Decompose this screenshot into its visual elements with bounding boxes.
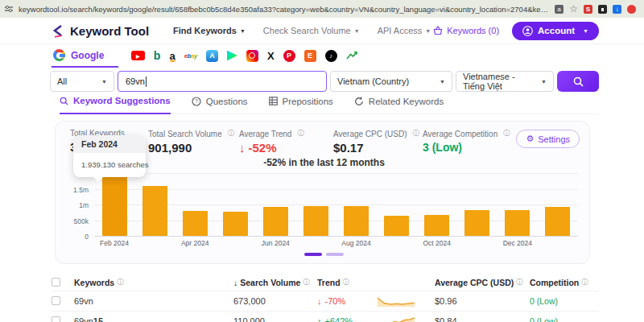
cpc-cell: $0.84 [435, 316, 530, 322]
select-all-checkbox[interactable] [52, 278, 60, 287]
info-icon[interactable]: ⓘ [343, 278, 350, 287]
trend-cell: ↓-70% [317, 296, 367, 306]
tab-keyword-suggestions[interactable]: Keyword Suggestions [60, 94, 171, 114]
nav-check-search-volume[interactable]: Check Search Volume▼ [263, 26, 360, 35]
chart-bar[interactable] [464, 210, 489, 236]
chart-bar[interactable] [183, 211, 208, 236]
x-icon[interactable]: X [267, 50, 275, 62]
header-average-cpc[interactable]: Average CPC (USD)ⓘ [435, 278, 530, 287]
row-checkbox[interactable] [52, 296, 60, 305]
etsy-icon[interactable]: E [304, 50, 316, 62]
tiktok-icon[interactable]: ♪ [325, 50, 337, 62]
google-tab-label: Google [71, 50, 104, 61]
extension-icon-1[interactable]: S [584, 5, 592, 14]
stat-average-trend: Average Trendⓘ ↓-52% [239, 129, 333, 155]
table-row[interactable]: 69vn673,000↓-70%$0.960 (Low) [52, 291, 599, 311]
overview-card: Total Keywords 32 Total Search Volumeⓘ 9… [55, 121, 590, 264]
account-label: Account [538, 26, 575, 35]
basket-icon [433, 26, 443, 35]
header-search-volume[interactable]: ↓Search Volumeⓘ [233, 278, 317, 287]
chart-bar[interactable] [223, 212, 248, 236]
chart-bar[interactable] [344, 206, 369, 236]
chart-bar[interactable] [303, 206, 328, 236]
pagination-dot-active[interactable] [304, 253, 322, 256]
info-icon[interactable]: ⓘ [413, 129, 420, 138]
platform-tab-google[interactable]: Google [52, 49, 118, 68]
platform-bar: Google ▶baebayAXPE♪ [0, 44, 644, 68]
search-volume-cell: 110,000 [233, 316, 317, 322]
extension-icon-3[interactable]: ↓ [613, 5, 621, 14]
keyword-cell[interactable]: 69vn15 [74, 316, 233, 322]
logo-icon [52, 24, 65, 38]
nav-find-keywords[interactable]: Find Keywords▼ [173, 26, 246, 35]
app-store-icon[interactable]: A [206, 50, 218, 62]
chart-bar[interactable] [424, 215, 449, 236]
youtube-icon[interactable]: ▶ [131, 51, 145, 60]
info-icon[interactable]: ⓘ [228, 129, 235, 138]
keyword-cell[interactable]: 69vn [74, 296, 233, 306]
chart-bar[interactable] [102, 175, 127, 236]
search-input[interactable]: 69vn [118, 71, 327, 92]
keyword-tool-logo[interactable]: Keyword Tool [52, 24, 149, 38]
extension-icon-4[interactable] [627, 5, 636, 14]
x-axis-label [134, 239, 175, 247]
ebay-icon[interactable]: ebay [184, 52, 197, 60]
row-checkbox[interactable] [52, 316, 60, 322]
info-icon[interactable]: ⓘ [516, 278, 523, 287]
country-select[interactable]: Vietnam (Country)▼ [330, 71, 452, 92]
bookmark-star-icon[interactable]: ☆ [569, 4, 578, 14]
table-body: 69vn673,000↓-70%$0.960 (Low)69vn15110,00… [52, 291, 599, 322]
bing-icon[interactable]: b [154, 49, 161, 62]
tab-prepositions[interactable]: Prepositions [269, 94, 333, 114]
chart-bar[interactable] [545, 207, 570, 236]
average-cpc-value: $0.17 [333, 141, 423, 155]
x-axis-label [457, 239, 497, 247]
google-play-icon[interactable] [227, 51, 237, 61]
tab-related-keywords[interactable]: Related Keywords [354, 94, 444, 114]
y-axis-label: 1m [79, 201, 89, 209]
table-header: Keywordsⓘ ↓Search Volumeⓘ Trendⓘ Average… [52, 274, 599, 291]
chart-bar[interactable] [263, 207, 288, 236]
text-cursor [146, 76, 147, 87]
keywords-cart-button[interactable]: Keywords (0) [433, 26, 499, 35]
result-tabs: Keyword Suggestions ? Questions Preposit… [60, 94, 599, 114]
info-icon[interactable]: ⓘ [581, 278, 588, 287]
chart-bar[interactable] [505, 210, 530, 236]
amazon-icon[interactable]: a [169, 50, 175, 62]
account-button[interactable]: Account ▼ [512, 22, 599, 40]
tab-questions[interactable]: ? Questions [192, 94, 248, 114]
pinterest-icon[interactable]: P [283, 50, 295, 62]
scope-select[interactable]: All▼ [50, 71, 114, 92]
info-icon[interactable]: ⓘ [297, 129, 304, 138]
bars [94, 173, 578, 236]
info-icon[interactable]: ⓘ [503, 129, 510, 138]
info-icon[interactable]: ⓘ [303, 278, 310, 287]
header-keywords[interactable]: Keywordsⓘ [74, 278, 233, 287]
tooltip-title: Feb 2024 [73, 135, 146, 153]
chart-bar[interactable] [142, 186, 167, 236]
chart-bar[interactable] [384, 216, 409, 236]
search-button[interactable] [557, 71, 599, 92]
table-row[interactable]: 69vn15110,000↑+642%$0.840 (Low) [52, 311, 599, 322]
competition-cell: 0 (Low) [530, 296, 599, 306]
site-info-icon[interactable] [5, 5, 13, 13]
refresh-icon [354, 97, 364, 106]
search-controls: All▼ 69vn Vietnam (Country)▼ Vietnamese … [50, 71, 599, 92]
question-icon: ? [192, 97, 201, 106]
trend-sparkline [367, 295, 435, 307]
pagination-dot[interactable] [326, 253, 344, 256]
average-competition-value: 3 (Low) [423, 141, 510, 154]
header-trend[interactable]: Trendⓘ [317, 278, 367, 287]
language-select[interactable]: Vietnamese - Tiếng Việt▼ [456, 71, 554, 92]
nav-api-access[interactable]: API Access▼ [378, 26, 431, 35]
translate-icon[interactable] [555, 5, 564, 14]
google-trends-icon[interactable] [346, 51, 358, 60]
extension-icon-2[interactable] [598, 5, 607, 14]
url-text[interactable]: keywordtool.io/search/keywords/google/re… [19, 5, 549, 14]
settings-button[interactable]: ⚙Settings [516, 130, 580, 148]
header-competition[interactable]: Competitionⓘ [530, 278, 599, 287]
main-nav: Find Keywords▼ Check Search Volume▼ API … [173, 26, 431, 35]
average-trend-value: ↓-52% [239, 141, 333, 155]
instagram-icon[interactable] [246, 50, 258, 62]
info-icon[interactable]: ⓘ [117, 278, 124, 287]
